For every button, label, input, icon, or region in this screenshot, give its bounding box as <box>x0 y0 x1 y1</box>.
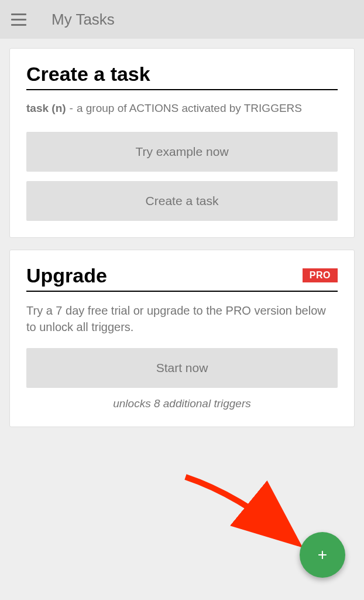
content-area: Create a task task (n) - a group of ACTI… <box>0 39 364 448</box>
start-now-button[interactable]: Start now <box>26 348 338 388</box>
create-task-card: Create a task task (n) - a group of ACTI… <box>9 48 355 238</box>
plus-icon: + <box>318 547 327 563</box>
upgrade-card: Upgrade PRO Try a 7 day free trial or up… <box>9 250 355 427</box>
upgrade-title: Upgrade <box>26 264 107 287</box>
upgrade-note: unlocks 8 additional triggers <box>26 397 338 410</box>
app-header: My Tasks <box>0 0 364 39</box>
create-task-title: Create a task <box>26 63 150 86</box>
try-example-button[interactable]: Try example now <box>26 132 338 172</box>
hamburger-menu-icon[interactable] <box>7 8 30 31</box>
create-task-button[interactable]: Create a task <box>26 181 338 221</box>
definition-text: a group of ACTIONS activated by TRIGGERS <box>77 101 302 117</box>
arrow-annotation-icon <box>180 471 308 553</box>
task-definition: task (n) - a group of ACTIONS activated … <box>26 101 338 117</box>
definition-term: task (n) <box>26 101 66 117</box>
upgrade-description: Try a 7 day free trial or upgrade to the… <box>26 302 338 335</box>
page-title: My Tasks <box>51 11 115 29</box>
definition-dash: - <box>70 101 73 117</box>
pro-badge: PRO <box>303 268 338 282</box>
add-task-fab[interactable]: + <box>300 532 345 578</box>
